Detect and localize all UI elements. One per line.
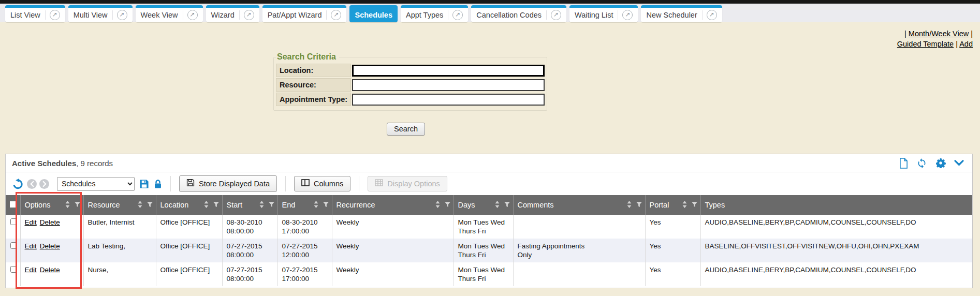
sort-icon[interactable]: [259, 201, 264, 210]
store-displayed-data-button[interactable]: Store Displayed Data: [179, 175, 277, 192]
tab-list-view[interactable]: List View ↗: [5, 5, 65, 22]
sort-icon[interactable]: [435, 201, 440, 210]
month-week-view-link[interactable]: Month/Week View: [909, 29, 969, 38]
panel-title-text: Active Schedules: [12, 159, 76, 168]
tab-waiting-list[interactable]: Waiting List ↗: [569, 5, 638, 22]
sort-icon[interactable]: [627, 201, 632, 210]
sort-icon[interactable]: [682, 201, 687, 210]
select-all-checkbox[interactable]: [10, 201, 16, 208]
display-options-button[interactable]: Display Options: [368, 176, 447, 191]
tab-schedules[interactable]: Schedules: [349, 5, 398, 22]
open-in-new-icon[interactable]: ↗: [331, 10, 341, 20]
filter-icon[interactable]: [445, 201, 450, 209]
schedules-table: Options Resource Location Start End Recu…: [6, 195, 973, 286]
open-in-new-icon[interactable]: ↗: [707, 10, 717, 20]
column-header-start[interactable]: Start: [222, 195, 277, 215]
column-header-end[interactable]: End: [277, 195, 332, 215]
resource-label: Resource:: [276, 78, 351, 92]
tab-bar: List View ↗ Multi View ↗ Week View ↗ Wiz…: [0, 4, 980, 22]
filter-icon[interactable]: [323, 201, 329, 209]
filter-icon[interactable]: [75, 201, 80, 209]
collapse-chevron-icon[interactable]: [954, 160, 964, 167]
types-cell: AUDIO,BASELINE,BERY,BP,CADMIUM,COUNSEL,C…: [700, 262, 973, 286]
column-label: Days: [458, 201, 475, 209]
filter-icon[interactable]: [213, 201, 219, 209]
select-all-header[interactable]: [6, 195, 20, 215]
edit-link[interactable]: Edit: [25, 266, 37, 274]
sort-icon[interactable]: [138, 201, 142, 210]
sort-icon[interactable]: [314, 201, 318, 210]
guided-template-link[interactable]: Guided Template: [897, 40, 954, 48]
open-in-new-icon[interactable]: ↗: [117, 10, 127, 20]
edit-link[interactable]: Edit: [25, 218, 37, 226]
tab-week-view[interactable]: Week View ↗: [136, 5, 203, 22]
column-header-types[interactable]: Types: [700, 195, 973, 215]
tab-pat-appt-wizard[interactable]: Pat/Appt Wizard ↗: [262, 5, 347, 22]
column-header-recurrence[interactable]: Recurrence: [332, 195, 454, 215]
table-row: EditDelete Butler, Internist Office [OFF…: [6, 215, 973, 239]
open-in-new-icon[interactable]: ↗: [50, 10, 60, 20]
portal-cell: Yes: [645, 262, 700, 286]
tab-appt-types[interactable]: Appt Types ↗: [401, 5, 468, 22]
pipe-separator: |: [971, 29, 973, 38]
tab-label: Wizard: [211, 11, 235, 19]
refresh-icon[interactable]: [916, 158, 927, 169]
column-label: Options: [25, 201, 51, 209]
undo-icon[interactable]: [12, 178, 24, 190]
start-cell: 08-30-201008:00:00: [222, 215, 277, 239]
sort-icon[interactable]: [495, 201, 500, 210]
search-button[interactable]: Search: [387, 123, 425, 136]
days-cell: Mon Tues Wed Thurs Fri: [454, 239, 513, 262]
open-in-new-icon[interactable]: ↗: [551, 10, 561, 20]
location-label: Location:: [276, 64, 351, 77]
column-label: End: [282, 201, 296, 209]
tab-divider: [702, 10, 703, 20]
column-header-portal[interactable]: Portal: [645, 195, 700, 215]
tab-cancellation-codes[interactable]: Cancellation Codes ↗: [471, 5, 566, 22]
resource-input[interactable]: [352, 79, 545, 91]
delete-link[interactable]: Delete: [40, 218, 60, 226]
open-in-new-icon[interactable]: ↗: [244, 10, 254, 20]
sort-icon[interactable]: [65, 201, 70, 210]
appointment-type-label: Appointment Type:: [276, 93, 351, 106]
delete-link[interactable]: Delete: [40, 242, 60, 250]
columns-button[interactable]: Columns: [294, 176, 350, 191]
filter-icon[interactable]: [269, 201, 274, 209]
tab-label: New Scheduler: [646, 11, 697, 19]
lock-icon[interactable]: [154, 179, 162, 189]
column-header-comments[interactable]: Comments: [513, 195, 645, 215]
view-links-line1: | Month/Week View |: [897, 28, 973, 39]
delete-link[interactable]: Delete: [40, 266, 60, 274]
next-icon[interactable]: [39, 179, 49, 189]
row-checkbox[interactable]: [10, 218, 17, 225]
prev-icon[interactable]: [27, 179, 37, 189]
column-header-location[interactable]: Location: [156, 195, 222, 215]
tab-wizard[interactable]: Wizard ↗: [206, 5, 259, 22]
column-label: Portal: [650, 201, 669, 209]
appointment-type-input[interactable]: [352, 94, 545, 106]
column-header-options[interactable]: Options: [20, 195, 83, 215]
open-in-new-icon[interactable]: ↗: [622, 10, 633, 20]
open-in-new-icon[interactable]: ↗: [452, 10, 463, 20]
filter-icon[interactable]: [636, 201, 642, 209]
tab-new-scheduler[interactable]: New Scheduler ↗: [641, 5, 722, 22]
tab-multi-view[interactable]: Multi View ↗: [68, 5, 133, 22]
filter-icon[interactable]: [692, 201, 697, 209]
edit-link[interactable]: Edit: [25, 242, 37, 250]
start-cell: 07-27-201508:00:00: [222, 262, 277, 286]
end-cell: 07-27-201517:00:00: [277, 262, 332, 286]
row-checkbox[interactable]: [10, 242, 17, 249]
schedules-view-select[interactable]: Schedules: [57, 177, 135, 191]
sort-icon[interactable]: [204, 201, 209, 210]
filter-icon[interactable]: [147, 201, 153, 209]
open-in-new-icon[interactable]: ↗: [187, 10, 198, 20]
new-document-icon[interactable]: [899, 158, 908, 169]
add-link[interactable]: Add: [959, 40, 973, 48]
filter-icon[interactable]: [504, 201, 510, 209]
location-input[interactable]: [352, 65, 545, 77]
gear-icon[interactable]: [935, 158, 946, 168]
row-checkbox[interactable]: [10, 266, 17, 273]
column-header-days[interactable]: Days: [454, 195, 513, 215]
save-view-icon[interactable]: [139, 179, 149, 189]
column-header-resource[interactable]: Resource: [83, 195, 156, 215]
